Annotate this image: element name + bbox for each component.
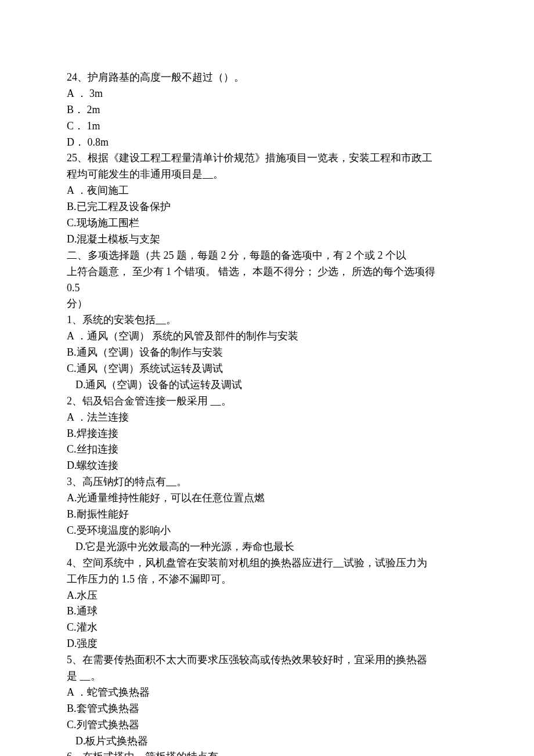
m5-option-a: A ．蛇管式换热器 — [67, 685, 467, 701]
section2-line1: 二、多项选择题（共 25 题，每题 2 分，每题的备选项中，有 2 个或 2 个… — [67, 248, 467, 264]
m1-option-b: B.通风（空调）设备的制作与安装 — [67, 345, 467, 361]
m4-option-c: C.灌水 — [67, 620, 467, 636]
m2-option-d: D.螺纹连接 — [67, 458, 467, 474]
m3-option-b: B.耐振性能好 — [67, 507, 467, 523]
m3-option-a: A.光通量维持性能好，可以在任意位置点燃 — [67, 490, 467, 507]
m2-option-b: B.焊接连接 — [67, 426, 467, 442]
q25-option-d: D.混凝土模板与支架 — [67, 231, 467, 248]
m4-option-d: D.强度 — [67, 636, 467, 652]
m4-option-a: A.水压 — [67, 588, 467, 604]
m5-stem-line2: 是 __。 — [67, 668, 467, 685]
m1-option-d: D.通风（空调）设备的试运转及调试 — [67, 377, 467, 393]
m5-option-d: D.板片式换热器 — [67, 733, 467, 750]
m3-option-d: D.它是光源中光效最高的一种光源，寿命也最长 — [67, 539, 467, 555]
m4-option-b: B.通球 — [67, 603, 467, 620]
m1-stem: 1、系统的安装包括__。 — [67, 312, 467, 328]
m5-option-c: C.列管式换热器 — [67, 717, 467, 733]
q24-option-c: C． 1m — [67, 118, 467, 135]
q25-stem-line1: 25、根据《建设工程工程量清单计价规范》措施项目一览表，安装工程和市政工 — [67, 150, 467, 167]
q24-stem: 24、护肩路基的高度一般不超过（）。 — [67, 70, 467, 86]
m1-option-c: C.通风（空调）系统试运转及调试 — [67, 361, 467, 377]
m3-stem: 3、高压钠灯的特点有__。 — [67, 474, 467, 490]
q25-stem-line2: 程均可能发生的非通用项目是__。 — [67, 167, 467, 183]
m5-option-b: B.套管式换热器 — [67, 701, 467, 717]
q24-option-b: B． 2m — [67, 102, 467, 118]
m2-option-a: A ．法兰连接 — [67, 410, 467, 426]
q25-option-b: B.已完工程及设备保护 — [67, 199, 467, 215]
m5-stem-line1: 5、在需要传热面积不太大而要求压强较高或传热效果较好时，宜采用的换热器 — [67, 652, 467, 668]
m3-option-c: C.受环境温度的影响小 — [67, 523, 467, 539]
m2-stem: 2、铝及铝合金管连接一般采用 __。 — [67, 393, 467, 410]
q25-option-c: C.现场施工围栏 — [67, 215, 467, 231]
section2-line3: 0.5 — [67, 280, 467, 296]
q24-option-d: D． 0.8m — [67, 135, 467, 151]
section2-line2: 上符合题意， 至少有 1 个错项。 错选， 本题不得分； 少选， 所选的每个选项… — [67, 264, 467, 280]
section2-line4: 分） — [67, 296, 467, 312]
document-page: 24、护肩路基的高度一般不超过（）。 A ． 3m B． 2m C． 1m D．… — [0, 0, 534, 756]
m1-option-a: A ．通风（空调） 系统的风管及部件的制作与安装 — [67, 328, 467, 345]
q25-option-a: A ．夜间施工 — [67, 183, 467, 199]
q24-option-a: A ． 3m — [67, 86, 467, 102]
m2-option-c: C.丝扣连接 — [67, 442, 467, 458]
m6-stem: 6、在板式塔中，筛板塔的特点有__。 — [67, 749, 467, 756]
m4-stem-line1: 4、空间系统中，风机盘管在安装前对机组的换热器应进行__试验，试验压力为 — [67, 555, 467, 571]
m4-stem-line2: 工作压力的 1.5 倍，不渗不漏即可。 — [67, 571, 467, 588]
